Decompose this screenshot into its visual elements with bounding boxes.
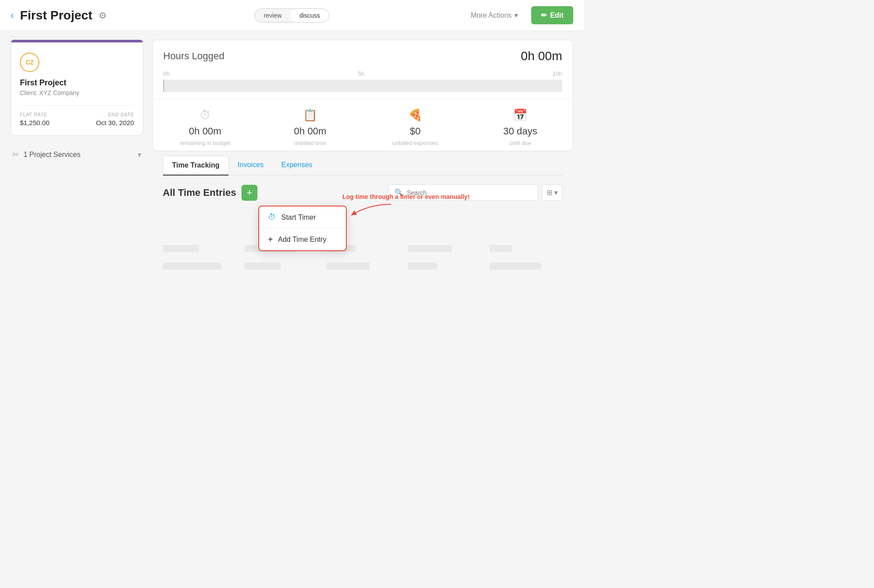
skeleton-cell [490,263,540,270]
stat-label-unbilled: unbilled time [294,140,326,146]
stat-label-expenses: unbilled expenses [392,140,438,146]
plus-small-icon: + [268,235,273,244]
timer-clock-icon: ⏱ [268,213,276,222]
hours-value: 0h 00m [521,49,562,63]
end-date-value: Oct 30, 2020 [96,119,134,126]
chevron-down-icon: ▾ [514,11,518,19]
project-client: Client: XYZ Company [20,89,134,96]
calendar-grid-icon: ⊞ [547,188,552,197]
plus-icon: + [246,187,252,199]
project-services-label: 1 Project Services [23,151,80,159]
edit-button[interactable]: ✏ Edit [531,6,573,24]
tooltip: Log time through a timer or even manuall… [342,193,470,220]
scissors-icon: ✂ [12,150,19,160]
tab-discuss[interactable]: discuss [291,9,329,22]
project-name: First Project [20,78,134,88]
start-timer-label: Start Timer [281,214,316,221]
tooltip-text: Log time through a timer or even manuall… [342,193,470,200]
calendar-icon: 📅 [513,108,527,122]
edit-label: Edit [550,11,564,19]
pencil-icon: ✏ [541,11,547,19]
header: ‹ First Project ⚙ review discuss More Ac… [0,0,584,31]
stat-value-budget: 0h 00m [189,126,221,137]
chart-label-0h: 0h [163,70,169,77]
hours-chart: 0h 5h 10h [153,70,573,99]
calendar-filter-button[interactable]: ⊞ ▾ [542,184,563,201]
project-meta: FLAT RATE $1,250.00 END DATE Oct 30, 202… [20,105,134,126]
header-right: More Actions ▾ ✏ Edit [463,6,573,24]
hours-card: Hours Logged 0h 00m 0h 5h 10h ⏱ 0h 00m r [152,40,573,151]
tabs-nav: Time Tracking Invoices Expenses [163,156,563,176]
add-time-entry-item[interactable]: + Add Time Entry [259,229,346,250]
more-actions-button[interactable]: More Actions ▾ [463,7,525,24]
back-button[interactable]: ‹ [11,10,14,21]
timer-icon: ⏱ [199,108,211,122]
flat-rate-value: $1,250.00 [20,119,50,126]
more-actions-label: More Actions [471,11,511,19]
add-time-entry-button[interactable]: + [242,185,257,201]
skeleton-cell [163,263,221,270]
skeleton-cell [408,245,452,252]
right-panel: Hours Logged 0h 00m 0h 5h 10h ⏱ 0h 00m r [152,40,573,270]
skeleton-cell [163,245,199,252]
start-timer-item[interactable]: ⏱ Start Timer [259,206,346,229]
tab-invoices[interactable]: Invoices [229,156,272,176]
project-card: CZ First Project Client: XYZ Company FLA… [11,40,143,136]
left-panel: CZ First Project Client: XYZ Company FLA… [11,40,143,270]
chart-bar [163,80,562,92]
stat-until-due: 📅 30 days until due [468,108,573,146]
avatar: CZ [20,53,39,72]
stat-label-budget: remaining in budget [180,140,230,146]
arrow-line [342,202,395,220]
flat-rate-label: FLAT RATE [20,112,50,117]
chart-label-5h: 5h [358,70,364,77]
end-date: END DATE Oct 30, 2020 [96,112,134,126]
stat-value-unbilled: 0h 00m [294,126,326,137]
add-time-entry-label: Add Time Entry [278,236,326,244]
page-title: First Project [20,8,92,23]
skeleton-row-2 [163,263,563,270]
pizza-icon: 🍕 [408,108,422,122]
skeleton-cell [408,263,437,270]
skeleton-row-1 [163,245,563,252]
hours-title: Hours Logged [163,50,224,62]
settings-icon[interactable]: ⚙ [99,10,107,21]
chart-labels: 0h 5h 10h [163,70,562,77]
time-entries-section: All Time Entries + 🔍 ⊞ ▾ [152,176,573,270]
chart-bar-fill [163,80,164,92]
dropdown-arrow-icon: ▾ [554,188,558,197]
stat-remaining-budget: ⏱ 0h 00m remaining in budget [153,108,258,146]
header-tab-toggle: review discuss [254,8,329,23]
flat-rate: FLAT RATE $1,250.00 [20,112,50,126]
header-left: ‹ First Project ⚙ [11,8,107,23]
clipboard-icon: 📋 [303,108,317,122]
tabs-section: Time Tracking Invoices Expenses [152,156,573,176]
project-services-left: ✂ 1 Project Services [12,150,80,160]
project-services[interactable]: ✂ 1 Project Services ▾ [11,143,143,167]
stat-label-due: until due [510,140,531,146]
main-content: CZ First Project Client: XYZ Company FLA… [0,31,584,279]
add-dropdown: ⏱ Start Timer + Add Time Entry [258,206,347,251]
stat-value-due: 30 days [503,126,537,137]
chart-label-10h: 10h [552,70,562,77]
stats-row: ⏱ 0h 00m remaining in budget 📋 0h 00m un… [153,99,573,151]
skeleton-cell [490,245,511,252]
skeleton-cell [326,263,370,270]
tab-expenses[interactable]: Expenses [272,156,321,176]
view-toggle: review discuss [254,8,329,23]
skeleton-cell [245,263,281,270]
chevron-down-icon: ▾ [138,150,142,160]
stat-unbilled-time: 📋 0h 00m unbilled time [258,108,363,146]
tab-time-tracking[interactable]: Time Tracking [163,156,229,176]
skeleton-rows [163,245,563,270]
tab-review[interactable]: review [255,9,290,22]
time-entries-title-row: All Time Entries + [163,185,257,201]
stat-value-expenses: $0 [410,126,421,137]
stat-unbilled-expenses: 🍕 $0 unbilled expenses [363,108,468,146]
time-entries-title: All Time Entries [163,187,236,199]
end-date-label: END DATE [96,112,134,117]
arrow-svg [342,202,395,220]
hours-header: Hours Logged 0h 00m [153,40,573,70]
